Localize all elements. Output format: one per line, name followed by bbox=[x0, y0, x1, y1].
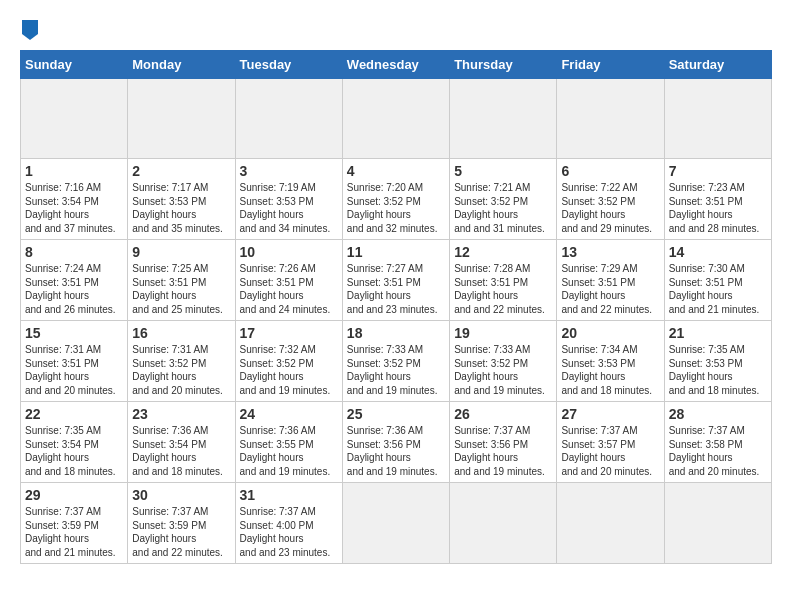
week-row-1 bbox=[21, 79, 772, 159]
calendar-cell: 16Sunrise: 7:31 AMSunset: 3:52 PMDayligh… bbox=[128, 321, 235, 402]
calendar-cell: 18Sunrise: 7:33 AMSunset: 3:52 PMDayligh… bbox=[342, 321, 449, 402]
day-number: 23 bbox=[132, 406, 230, 422]
col-header-tuesday: Tuesday bbox=[235, 51, 342, 79]
calendar-cell: 9Sunrise: 7:25 AMSunset: 3:51 PMDaylight… bbox=[128, 240, 235, 321]
logo-icon bbox=[22, 20, 38, 40]
cell-info: Sunrise: 7:36 AMSunset: 3:54 PMDaylight … bbox=[132, 424, 230, 478]
calendar-cell bbox=[342, 79, 449, 159]
col-header-wednesday: Wednesday bbox=[342, 51, 449, 79]
cell-info: Sunrise: 7:37 AMSunset: 3:59 PMDaylight … bbox=[132, 505, 230, 559]
calendar-cell: 19Sunrise: 7:33 AMSunset: 3:52 PMDayligh… bbox=[450, 321, 557, 402]
calendar-cell: 1Sunrise: 7:16 AMSunset: 3:54 PMDaylight… bbox=[21, 159, 128, 240]
day-number: 17 bbox=[240, 325, 338, 341]
day-number: 8 bbox=[25, 244, 123, 260]
cell-info: Sunrise: 7:24 AMSunset: 3:51 PMDaylight … bbox=[25, 262, 123, 316]
calendar-cell: 20Sunrise: 7:34 AMSunset: 3:53 PMDayligh… bbox=[557, 321, 664, 402]
calendar-cell bbox=[557, 483, 664, 564]
logo bbox=[20, 20, 38, 40]
calendar-cell: 26Sunrise: 7:37 AMSunset: 3:56 PMDayligh… bbox=[450, 402, 557, 483]
calendar-cell bbox=[21, 79, 128, 159]
calendar-cell bbox=[235, 79, 342, 159]
cell-info: Sunrise: 7:21 AMSunset: 3:52 PMDaylight … bbox=[454, 181, 552, 235]
cell-info: Sunrise: 7:37 AMSunset: 3:57 PMDaylight … bbox=[561, 424, 659, 478]
calendar-cell: 2Sunrise: 7:17 AMSunset: 3:53 PMDaylight… bbox=[128, 159, 235, 240]
cell-info: Sunrise: 7:31 AMSunset: 3:51 PMDaylight … bbox=[25, 343, 123, 397]
col-header-thursday: Thursday bbox=[450, 51, 557, 79]
day-number: 16 bbox=[132, 325, 230, 341]
day-number: 20 bbox=[561, 325, 659, 341]
col-header-sunday: Sunday bbox=[21, 51, 128, 79]
cell-info: Sunrise: 7:16 AMSunset: 3:54 PMDaylight … bbox=[25, 181, 123, 235]
calendar-cell bbox=[450, 483, 557, 564]
day-number: 10 bbox=[240, 244, 338, 260]
day-number: 3 bbox=[240, 163, 338, 179]
calendar-cell bbox=[664, 79, 771, 159]
day-number: 26 bbox=[454, 406, 552, 422]
calendar-cell: 12Sunrise: 7:28 AMSunset: 3:51 PMDayligh… bbox=[450, 240, 557, 321]
day-number: 31 bbox=[240, 487, 338, 503]
svg-marker-0 bbox=[22, 20, 38, 40]
day-number: 29 bbox=[25, 487, 123, 503]
calendar-cell: 10Sunrise: 7:26 AMSunset: 3:51 PMDayligh… bbox=[235, 240, 342, 321]
calendar-cell: 7Sunrise: 7:23 AMSunset: 3:51 PMDaylight… bbox=[664, 159, 771, 240]
calendar-cell bbox=[128, 79, 235, 159]
cell-info: Sunrise: 7:29 AMSunset: 3:51 PMDaylight … bbox=[561, 262, 659, 316]
calendar-cell: 6Sunrise: 7:22 AMSunset: 3:52 PMDaylight… bbox=[557, 159, 664, 240]
cell-info: Sunrise: 7:22 AMSunset: 3:52 PMDaylight … bbox=[561, 181, 659, 235]
calendar-cell: 31Sunrise: 7:37 AMSunset: 4:00 PMDayligh… bbox=[235, 483, 342, 564]
calendar-cell: 17Sunrise: 7:32 AMSunset: 3:52 PMDayligh… bbox=[235, 321, 342, 402]
day-number: 28 bbox=[669, 406, 767, 422]
calendar-cell: 28Sunrise: 7:37 AMSunset: 3:58 PMDayligh… bbox=[664, 402, 771, 483]
cell-info: Sunrise: 7:36 AMSunset: 3:55 PMDaylight … bbox=[240, 424, 338, 478]
week-row-2: 1Sunrise: 7:16 AMSunset: 3:54 PMDaylight… bbox=[21, 159, 772, 240]
day-number: 19 bbox=[454, 325, 552, 341]
calendar-cell: 14Sunrise: 7:30 AMSunset: 3:51 PMDayligh… bbox=[664, 240, 771, 321]
cell-info: Sunrise: 7:31 AMSunset: 3:52 PMDaylight … bbox=[132, 343, 230, 397]
calendar-cell: 23Sunrise: 7:36 AMSunset: 3:54 PMDayligh… bbox=[128, 402, 235, 483]
cell-info: Sunrise: 7:35 AMSunset: 3:53 PMDaylight … bbox=[669, 343, 767, 397]
cell-info: Sunrise: 7:36 AMSunset: 3:56 PMDaylight … bbox=[347, 424, 445, 478]
calendar-cell bbox=[450, 79, 557, 159]
calendar-cell: 8Sunrise: 7:24 AMSunset: 3:51 PMDaylight… bbox=[21, 240, 128, 321]
week-row-6: 29Sunrise: 7:37 AMSunset: 3:59 PMDayligh… bbox=[21, 483, 772, 564]
day-number: 11 bbox=[347, 244, 445, 260]
cell-info: Sunrise: 7:25 AMSunset: 3:51 PMDaylight … bbox=[132, 262, 230, 316]
cell-info: Sunrise: 7:33 AMSunset: 3:52 PMDaylight … bbox=[454, 343, 552, 397]
day-number: 9 bbox=[132, 244, 230, 260]
calendar-cell: 13Sunrise: 7:29 AMSunset: 3:51 PMDayligh… bbox=[557, 240, 664, 321]
day-number: 27 bbox=[561, 406, 659, 422]
day-number: 22 bbox=[25, 406, 123, 422]
cell-info: Sunrise: 7:37 AMSunset: 3:56 PMDaylight … bbox=[454, 424, 552, 478]
cell-info: Sunrise: 7:33 AMSunset: 3:52 PMDaylight … bbox=[347, 343, 445, 397]
calendar-cell: 4Sunrise: 7:20 AMSunset: 3:52 PMDaylight… bbox=[342, 159, 449, 240]
calendar-cell bbox=[342, 483, 449, 564]
cell-info: Sunrise: 7:20 AMSunset: 3:52 PMDaylight … bbox=[347, 181, 445, 235]
calendar-table: SundayMondayTuesdayWednesdayThursdayFrid… bbox=[20, 50, 772, 564]
calendar-cell: 25Sunrise: 7:36 AMSunset: 3:56 PMDayligh… bbox=[342, 402, 449, 483]
cell-info: Sunrise: 7:19 AMSunset: 3:53 PMDaylight … bbox=[240, 181, 338, 235]
day-number: 13 bbox=[561, 244, 659, 260]
cell-info: Sunrise: 7:28 AMSunset: 3:51 PMDaylight … bbox=[454, 262, 552, 316]
day-number: 1 bbox=[25, 163, 123, 179]
day-number: 25 bbox=[347, 406, 445, 422]
day-number: 21 bbox=[669, 325, 767, 341]
calendar-cell: 22Sunrise: 7:35 AMSunset: 3:54 PMDayligh… bbox=[21, 402, 128, 483]
week-row-5: 22Sunrise: 7:35 AMSunset: 3:54 PMDayligh… bbox=[21, 402, 772, 483]
calendar-cell: 3Sunrise: 7:19 AMSunset: 3:53 PMDaylight… bbox=[235, 159, 342, 240]
day-number: 12 bbox=[454, 244, 552, 260]
calendar-cell: 21Sunrise: 7:35 AMSunset: 3:53 PMDayligh… bbox=[664, 321, 771, 402]
calendar-cell: 29Sunrise: 7:37 AMSunset: 3:59 PMDayligh… bbox=[21, 483, 128, 564]
cell-info: Sunrise: 7:34 AMSunset: 3:53 PMDaylight … bbox=[561, 343, 659, 397]
calendar-cell: 27Sunrise: 7:37 AMSunset: 3:57 PMDayligh… bbox=[557, 402, 664, 483]
day-number: 14 bbox=[669, 244, 767, 260]
page-header bbox=[20, 20, 772, 40]
col-header-friday: Friday bbox=[557, 51, 664, 79]
calendar-cell: 5Sunrise: 7:21 AMSunset: 3:52 PMDaylight… bbox=[450, 159, 557, 240]
col-header-saturday: Saturday bbox=[664, 51, 771, 79]
header-row: SundayMondayTuesdayWednesdayThursdayFrid… bbox=[21, 51, 772, 79]
cell-info: Sunrise: 7:26 AMSunset: 3:51 PMDaylight … bbox=[240, 262, 338, 316]
day-number: 24 bbox=[240, 406, 338, 422]
day-number: 2 bbox=[132, 163, 230, 179]
col-header-monday: Monday bbox=[128, 51, 235, 79]
calendar-cell: 30Sunrise: 7:37 AMSunset: 3:59 PMDayligh… bbox=[128, 483, 235, 564]
